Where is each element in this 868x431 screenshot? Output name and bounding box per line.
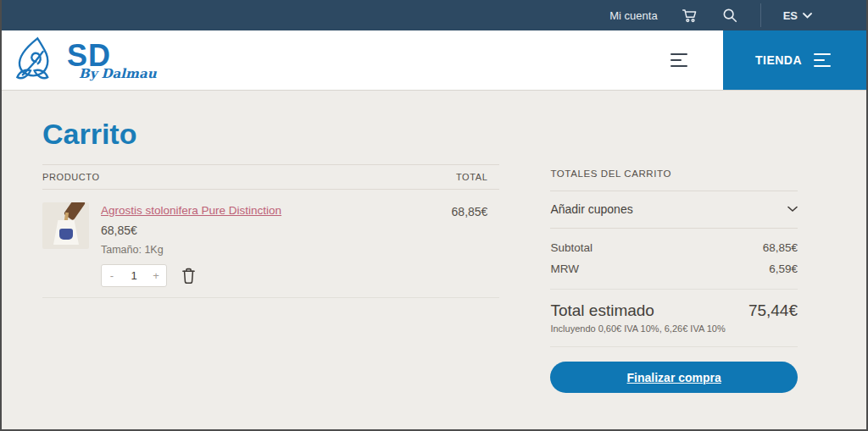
trash-icon[interactable]	[181, 267, 197, 285]
cart-columns: PRODUCTO TOTAL Agrostis stolonifera Pure…	[42, 164, 798, 393]
subtotal-row: Subtotal 68,85€	[550, 229, 798, 254]
quantity-input[interactable]	[122, 269, 146, 282]
cart-item-row: Agrostis stolonifera Pure Distinction 68…	[42, 190, 499, 298]
product-unit-price: 68,85€	[101, 224, 423, 237]
checkout-button[interactable]: Finalizar compra	[550, 362, 798, 393]
browser-viewport: Mi cuenta ES	[0, 0, 868, 431]
product-column-header: PRODUCTO	[42, 172, 100, 182]
my-account-link[interactable]: Mi cuenta	[609, 9, 657, 22]
search-icon[interactable]	[721, 7, 738, 24]
language-label: ES	[783, 9, 798, 22]
main-content: Carrito PRODUCTO TOTAL Agrostis st	[2, 91, 866, 393]
shipping-row: MRW 6,59€	[550, 254, 798, 290]
cart-totals-panel: TOTALES DEL CARRITO Añadir cupones Subto…	[550, 164, 798, 393]
chevron-down-icon	[787, 206, 798, 213]
product-size: Tamaño: 1Kg	[101, 244, 423, 256]
product-thumbnail[interactable]	[42, 202, 89, 249]
shipping-value: 6,59€	[769, 262, 798, 275]
tax-note: Incluyendo 0,60€ IVA 10%, 6,26€ IVA 10%	[550, 323, 798, 347]
quantity-stepper: - +	[101, 264, 167, 287]
hamburger-menu-icon	[814, 53, 834, 67]
cart-totals-title: TOTALES DEL CARRITO	[550, 164, 798, 191]
product-name-link[interactable]: Agrostis stolonifera Pure Distinction	[101, 204, 281, 217]
leaf-drop-logo-icon	[12, 36, 58, 85]
grand-total-row: Total estimado 75,44€	[550, 290, 798, 320]
subtotal-value: 68,85€	[763, 241, 798, 254]
chevron-down-icon	[803, 13, 812, 19]
topbar: Mi cuenta ES	[2, 0, 866, 30]
add-coupons-label: Añadir cupones	[550, 202, 632, 216]
table-header-row: PRODUCTO TOTAL	[42, 164, 499, 190]
logo-text-wrap: SD By Dalmau	[67, 41, 157, 80]
hamburger-menu-icon[interactable]	[670, 53, 693, 67]
cart-table: PRODUCTO TOTAL Agrostis stolonifera Pure…	[42, 164, 499, 298]
shop-label: TIENDA	[755, 53, 802, 67]
line-total: 68,85€	[423, 202, 499, 287]
cart-icon[interactable]	[680, 6, 699, 25]
shipping-label: MRW	[550, 262, 579, 275]
subtotal-label: Subtotal	[550, 241, 593, 254]
add-coupons-toggle[interactable]: Añadir cupones	[550, 191, 798, 229]
total-column-header: TOTAL	[456, 172, 499, 182]
topbar-divider	[760, 3, 761, 27]
logo-subtext: By Dalmau	[79, 68, 157, 80]
quantity-row: - +	[101, 264, 423, 287]
quantity-increase-button[interactable]: +	[146, 270, 166, 281]
product-info: Agrostis stolonifera Pure Distinction 68…	[89, 202, 423, 287]
grand-total-label: Total estimado	[550, 301, 654, 320]
grand-total-value: 75,44€	[748, 301, 798, 320]
language-selector[interactable]: ES	[783, 9, 812, 22]
shop-menu-button[interactable]: TIENDA	[723, 30, 866, 90]
page-title: Carrito	[42, 118, 798, 151]
site-header: SD By Dalmau TIENDA	[2, 30, 866, 91]
quantity-decrease-button[interactable]: -	[102, 270, 122, 281]
header-spacer	[157, 30, 670, 90]
logo[interactable]: SD By Dalmau	[2, 30, 157, 90]
